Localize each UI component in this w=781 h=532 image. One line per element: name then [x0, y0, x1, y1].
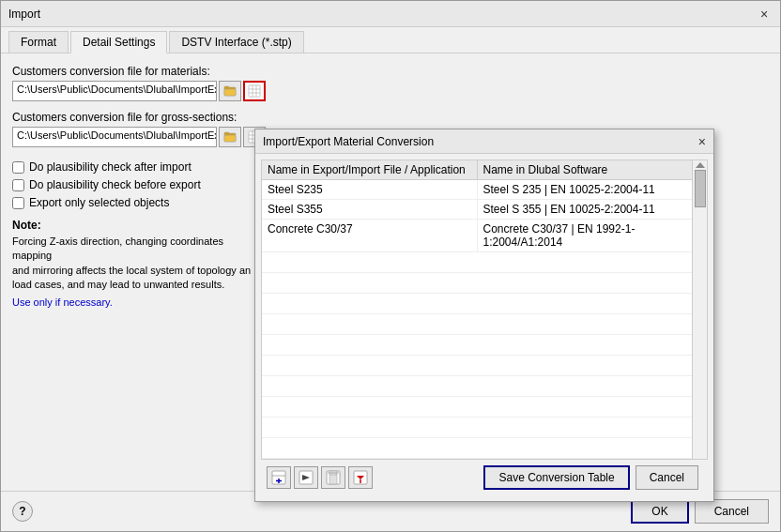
- folder-icon-2: [223, 130, 237, 144]
- scroll-thumb: [695, 170, 706, 207]
- empty-row: [262, 356, 692, 376]
- cross-browse-button[interactable]: [219, 127, 241, 147]
- checkbox-plausibility-after-input[interactable]: [12, 161, 24, 174]
- window-close-button[interactable]: ×: [756, 6, 773, 23]
- dialog-title-bar: Import/Export Material Conversion ×: [255, 129, 713, 154]
- bottom-actions: OK Cancel: [631, 499, 769, 524]
- scrollbar[interactable]: [693, 160, 708, 460]
- title-bar: Import ×: [1, 1, 780, 27]
- toolbar-delete-button[interactable]: [321, 466, 345, 489]
- cross-field-group: Customers conversion file for gross-sect…: [12, 111, 266, 147]
- note-text: Forcing Z-axis direction, changing coord…: [12, 235, 266, 293]
- svg-rect-9: [224, 135, 236, 142]
- help-button[interactable]: ?: [12, 501, 33, 522]
- checkbox-plausibility-before-input[interactable]: [12, 179, 24, 191]
- import-icon: [353, 470, 368, 485]
- svg-rect-2: [224, 86, 229, 89]
- checkbox-plausibility-before-label: Do plausibility check before export: [29, 178, 201, 191]
- empty-row: [262, 376, 692, 397]
- cross-file-input[interactable]: C:\Users\Public\Documents\Dlubal\ImportE…: [12, 127, 217, 147]
- dialog-actions: Save Conversion Table Cancel: [483, 465, 702, 490]
- empty-row: [262, 294, 692, 314]
- delete-icon: [326, 470, 341, 485]
- tab-detail-settings[interactable]: Detail Settings: [70, 31, 167, 53]
- checkbox-export-selected-input[interactable]: [12, 197, 24, 209]
- empty-row: [262, 252, 692, 273]
- materials-field-group: Customers conversion file for materials:…: [12, 65, 266, 101]
- empty-row: [262, 438, 692, 459]
- cross-label: Customers conversion file for gross-sect…: [12, 111, 266, 124]
- dialog-cancel-button[interactable]: Cancel: [636, 465, 698, 490]
- table-row[interactable]: Concrete C30/37 Concrete C30/37 | EN 199…: [262, 220, 692, 252]
- table-with-scroll: Name in Export/Import File / Application…: [261, 160, 708, 460]
- edit-table-icon: [248, 84, 261, 98]
- tab-dstv[interactable]: DSTV Interface (*.stp): [169, 31, 303, 53]
- svg-rect-1: [224, 89, 236, 96]
- dialog-title: Import/Export Material Conversion: [263, 135, 434, 148]
- dialog-content: Name in Export/Import File / Application…: [255, 154, 713, 501]
- empty-row: [262, 273, 692, 294]
- checkboxes-group: Do plausibility check after import Do pl…: [12, 160, 266, 209]
- materials-edit-button[interactable]: [243, 81, 266, 101]
- empty-row: [262, 418, 692, 438]
- materials-browse-button[interactable]: [219, 81, 241, 101]
- save-conversion-button[interactable]: Save Conversion Table: [483, 465, 629, 490]
- cell-dlubal-2: Concrete C30/37 | EN 1992-1-1:2004/A1:20…: [478, 220, 693, 251]
- note-title: Note:: [12, 219, 41, 232]
- checkbox-plausibility-after-label: Do plausibility check after import: [29, 160, 191, 174]
- folder-icon: [223, 84, 237, 98]
- left-panel: Customers conversion file for materials:…: [12, 65, 266, 479]
- svg-rect-10: [224, 132, 229, 135]
- checkbox-plausibility-after: Do plausibility check after import: [12, 160, 266, 174]
- dialog-close-button[interactable]: ×: [698, 134, 706, 149]
- cell-dlubal-0: Steel S 235 | EN 10025-2:2004-11: [478, 180, 693, 199]
- cancel-button[interactable]: Cancel: [695, 499, 769, 524]
- table-body[interactable]: Steel S235 Steel S 235 | EN 10025-2:2004…: [262, 180, 692, 459]
- dialog-toolbar: Save Conversion Table Cancel: [261, 460, 708, 495]
- col-header-dlubal: Name in Dlubal Software: [478, 160, 693, 179]
- ok-button[interactable]: OK: [631, 499, 688, 524]
- empty-row: [262, 397, 692, 418]
- cell-export-1: Steel S355: [262, 200, 478, 219]
- scroll-up-arrow: [696, 162, 705, 168]
- conversion-table: Name in Export/Import File / Application…: [261, 160, 693, 460]
- checkbox-export-selected: Export only selected objects: [12, 196, 266, 209]
- tabs-bar: Format Detail Settings DSTV Interface (*…: [1, 27, 780, 53]
- toolbar-add-row-button[interactable]: [267, 466, 291, 489]
- toolbar-import-button[interactable]: [348, 466, 373, 489]
- add-row-icon: [271, 470, 286, 485]
- materials-label: Customers conversion file for materials:: [12, 65, 266, 78]
- window-title: Import: [8, 8, 40, 21]
- empty-row: [262, 335, 692, 356]
- materials-file-row: C:\Users\Public\Documents\Dlubal\ImportE…: [12, 81, 266, 101]
- tab-format[interactable]: Format: [8, 31, 69, 53]
- note-warning: Use only if necessary.: [12, 296, 266, 308]
- empty-row: [262, 314, 692, 335]
- cell-dlubal-1: Steel S 355 | EN 10025-2:2004-11: [478, 200, 693, 219]
- cross-file-row: C:\Users\Public\Documents\Dlubal\ImportE…: [12, 127, 266, 147]
- main-content: Customers conversion file for materials:…: [1, 53, 780, 491]
- svg-rect-3: [249, 85, 260, 97]
- toolbar-move-right-button[interactable]: [294, 466, 318, 489]
- arrow-right-icon: [299, 470, 314, 485]
- col-header-export: Name in Export/Import File / Application: [262, 160, 478, 179]
- checkbox-export-selected-label: Export only selected objects: [29, 196, 169, 209]
- cell-export-2: Concrete C30/37: [262, 220, 478, 251]
- materials-file-input[interactable]: C:\Users\Public\Documents\Dlubal\ImportE…: [12, 81, 217, 101]
- table-header: Name in Export/Import File / Application…: [262, 160, 692, 180]
- table-row[interactable]: Steel S235 Steel S 235 | EN 10025-2:2004…: [262, 180, 692, 200]
- conversion-dialog: Import/Export Material Conversion × Name…: [254, 129, 714, 502]
- cell-export-0: Steel S235: [262, 180, 478, 199]
- note-section: Note: Forcing Z-axis direction, changing…: [12, 219, 266, 308]
- table-row[interactable]: Steel S355 Steel S 355 | EN 10025-2:2004…: [262, 200, 692, 220]
- checkbox-plausibility-before: Do plausibility check before export: [12, 178, 266, 191]
- main-window: Import × Format Detail Settings DSTV Int…: [0, 0, 781, 532]
